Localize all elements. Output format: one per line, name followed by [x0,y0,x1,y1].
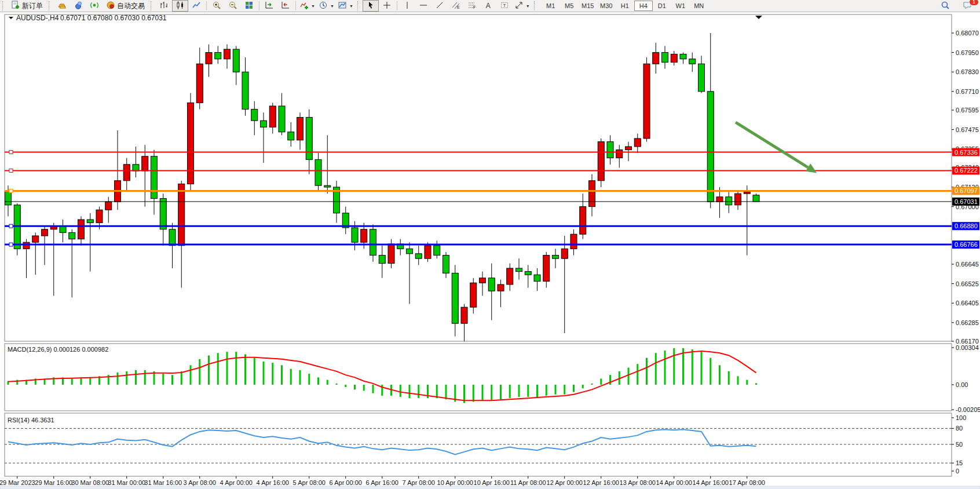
timeframe-m15-button[interactable]: M15 [579,1,597,11]
svg-text:4 Apr 16:00: 4 Apr 16:00 [257,479,289,486]
toolbar-grip [534,1,537,10]
svg-text:31 Mar 16:00: 31 Mar 16:00 [144,479,182,486]
time-axis: 29 Mar 202329 Mar 16:0030 Mar 08:0031 Ma… [0,476,765,486]
zoom-in-icon [212,1,221,12]
indicators-button[interactable]: ▼ [298,0,317,12]
svg-text:0.66405: 0.66405 [956,300,979,306]
text-tool-button[interactable]: A [480,0,496,12]
svg-text:0.67475: 0.67475 [956,126,979,133]
svg-text:5 Apr 08:00: 5 Apr 08:00 [293,479,326,486]
timeframe-d1-button[interactable]: D1 [653,1,671,11]
line-handle [9,169,13,172]
horizontal-line-tool-button[interactable] [415,0,432,12]
templates-button[interactable]: ▼ [336,0,355,12]
svg-text:12 Apr 00:00: 12 Apr 00:00 [547,479,583,486]
svg-text:17 Apr 08:00: 17 Apr 08:00 [729,479,765,486]
periods-button[interactable]: ▼ [317,0,336,12]
gold-ingot-icon [57,1,67,12]
text-label-tool-button[interactable]: T [496,0,513,12]
svg-text:10 Apr 16:00: 10 Apr 16:00 [474,479,510,486]
fibonacci-tool-button[interactable]: F [464,0,480,12]
toolbar-grip [151,1,154,10]
timeframe-w1-button[interactable]: W1 [671,1,690,11]
toolbar-grip [49,1,52,10]
arrows-tool-button[interactable]: ▼ [513,0,532,12]
svg-text:13 Apr 08:00: 13 Apr 08:00 [620,479,656,486]
tile-windows-button[interactable] [241,0,257,12]
chart-shift-button[interactable] [277,0,294,12]
zoom-out-icon [228,1,237,12]
zoom-out-button[interactable] [225,0,241,12]
autotrade-icon [106,1,115,12]
price-tag-value: 0.66766 [955,241,978,248]
autotrade-label: 自动交易 [117,1,145,11]
template-icon [338,1,347,12]
crosshair-icon [382,1,392,12]
cursor-tool-button[interactable] [363,0,379,12]
toolbar-separator [206,1,207,10]
price-tag-value: 0.67222 [955,167,978,174]
main-price-panel [5,14,952,341]
svg-text:-0.00205: -0.00205 [956,406,980,413]
vertical-line-tool-button[interactable] [399,0,415,12]
timeframe-h4-button[interactable]: H4 [634,1,653,11]
svg-text:10 Apr 00:00: 10 Apr 00:00 [437,479,473,486]
line-chart-mode-button[interactable] [188,0,204,12]
gold-panel-button[interactable] [54,0,70,12]
fibonacci-icon: F [467,1,477,12]
rsi-indicator-label: RSI(14) 46.3631 [8,417,54,424]
text-label-icon: T [500,1,509,12]
bottom-strip [0,486,980,489]
bar-chart-mode-button[interactable] [156,0,172,12]
notification-badge: 1 [969,0,979,6]
new-order-icon [11,1,20,12]
svg-text:0: 0 [956,468,959,475]
notifications-button[interactable]: 1 [959,0,975,12]
timeframe-m30-button[interactable]: M30 [597,1,616,11]
dropdown-caret-icon: ▼ [330,4,334,8]
dropdown-caret-icon: ▼ [349,4,353,8]
crosshair-tool-button[interactable] [379,0,395,12]
timeframe-mn-button[interactable]: MN [690,1,708,11]
svg-text:F: F [473,5,476,9]
toolbar-grip [2,1,6,10]
timeframe-m1-button[interactable]: M1 [542,1,560,11]
line-handle [9,243,13,246]
channel-tool-button[interactable]: E [448,0,464,12]
line-handle [9,189,13,192]
price-tag-value: 0.67336 [955,149,978,156]
trendline-icon [435,1,444,12]
svg-text:6 Apr 16:00: 6 Apr 16:00 [366,479,398,486]
vertical-line-icon [403,1,412,12]
dropdown-caret-icon: ▼ [311,4,315,8]
main-toolbar: 新订单 自动交易 [0,0,980,12]
chart-canvas[interactable]: 0.680700.679500.678300.677100.675950.674… [0,12,980,489]
dropdown-caret-icon: ▼ [526,4,530,8]
signals-button[interactable] [86,0,103,12]
line-handle [9,151,13,154]
candlestick-mode-button[interactable] [172,0,188,12]
svg-text:14 Apr 00:00: 14 Apr 00:00 [656,479,692,486]
autotrade-button[interactable]: 自动交易 [103,0,148,12]
auto-scroll-icon [265,1,274,12]
new-order-label: 新订单 [22,1,43,11]
price-tag-value: 0.67097 [955,187,978,194]
cursor-icon [366,1,375,12]
new-order-button[interactable]: 新订单 [8,0,46,12]
search-button[interactable] [937,0,953,12]
trendline-tool-button[interactable] [432,0,448,12]
candlestick-icon [175,1,185,12]
svg-text:50: 50 [956,441,963,448]
clock-icon [319,1,328,12]
svg-text:T: T [503,3,506,8]
svg-text:0.67830: 0.67830 [956,68,979,75]
community-button[interactable] [70,0,86,12]
svg-text:0.00304: 0.00304 [956,344,979,351]
timeframe-h1-button[interactable]: H1 [616,1,634,11]
timeframe-m5-button[interactable]: M5 [560,1,579,11]
svg-text:29 Mar 2023: 29 Mar 2023 [0,479,35,486]
chart-ohlc-values: 0.67071 0.67080 0.67030 0.67031 [60,14,167,22]
toolbar-grip [357,1,361,10]
auto-scroll-button[interactable] [261,0,277,12]
zoom-in-button[interactable] [209,0,225,12]
